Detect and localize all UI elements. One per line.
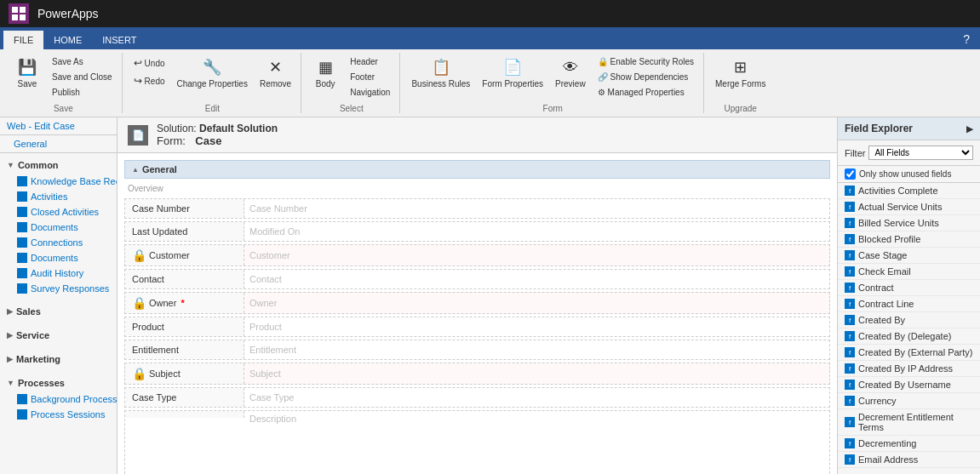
case-type-field[interactable]: Case Type <box>244 388 829 407</box>
field-item[interactable]: fBilled Service Units <box>838 215 980 231</box>
merge-forms-icon: ⊞ <box>729 55 753 79</box>
breadcrumb: Web - Edit Case <box>0 117 117 135</box>
field-item-icon: f <box>845 315 855 325</box>
case-type-label: Case Type <box>125 388 244 407</box>
survey-responses-icon <box>17 283 27 294</box>
last-updated-field[interactable]: Modified On <box>244 222 829 241</box>
description-field[interactable]: Description <box>244 411 829 474</box>
field-item[interactable]: fActivities Complete <box>838 183 980 199</box>
ribbon: 💾 Save Save As Save and Close Publish Sa… <box>0 49 980 117</box>
field-item[interactable]: fContract <box>838 280 980 296</box>
form-header-icon: 📄 <box>128 125 148 146</box>
sidebar-item-activities[interactable]: Activities <box>0 189 117 204</box>
sidebar-section-header-sales[interactable]: ▶ Sales <box>0 303 117 320</box>
merge-forms-button[interactable]: ⊞ Merge Forms <box>711 53 770 91</box>
show-unused-checkbox[interactable] <box>845 168 856 180</box>
help-button[interactable]: ? <box>956 29 977 49</box>
contact-label: Contact <box>125 270 244 288</box>
body-button[interactable]: ▦ Body <box>308 53 342 91</box>
sidebar-item-documents[interactable]: Documents <box>0 220 117 235</box>
business-rules-button[interactable]: 📋 Business Rules <box>407 53 474 91</box>
field-item[interactable]: fCreated By (External Party) <box>838 345 980 361</box>
field-item-icon: f <box>845 202 855 212</box>
select-group-label: Select <box>308 102 394 113</box>
ribbon-group-form: 📋 Business Rules 📄 Form Properties 👁 Pre… <box>402 53 704 113</box>
save-button[interactable]: 💾 Save <box>10 53 44 91</box>
save-as-button[interactable]: Save As <box>48 54 117 69</box>
field-item[interactable]: fActual Service Units <box>838 199 980 215</box>
show-dependencies-button[interactable]: 🔗 Show Dependencies <box>593 70 698 84</box>
field-item[interactable]: fCase Stage <box>838 248 980 264</box>
sidebar-section-header-common[interactable]: ▼ Common <box>0 157 117 174</box>
sidebar-section-sales: ▶ Sales <box>0 300 117 323</box>
undo-button[interactable]: ↩ Undo <box>129 54 169 71</box>
ribbon-group-edit: ↩ Undo ↪ Redo 🔧 Change Properties ✕ Remo… <box>124 53 302 113</box>
subject-required-icon: 🔒 <box>132 367 146 380</box>
sidebar-item-documents2[interactable]: Documents <box>0 250 117 266</box>
knowledge-base-icon <box>17 176 27 186</box>
field-item-icon: f <box>845 331 855 341</box>
contact-field[interactable]: Contact <box>244 270 829 288</box>
sidebar-item-connections[interactable]: Connections <box>0 235 117 250</box>
footer-button[interactable]: Footer <box>346 70 394 84</box>
preview-button[interactable]: 👁 Preview <box>551 53 590 91</box>
save-and-close-button[interactable]: Save and Close <box>48 70 117 84</box>
navigation-button[interactable]: Navigation <box>346 85 394 100</box>
field-item-icon: f <box>845 283 855 293</box>
remove-button[interactable]: ✕ Remove <box>255 53 295 91</box>
field-item[interactable]: fDecrement Entitlement Terms <box>838 409 980 436</box>
field-item[interactable]: fEmail Address <box>838 452 980 468</box>
field-item[interactable]: fDecrementing <box>838 436 980 452</box>
field-item[interactable]: fCreated By (Delegate) <box>838 328 980 345</box>
form-properties-button[interactable]: 📄 Form Properties <box>478 53 547 91</box>
form-row-case-type: Case Type Case Type <box>124 387 830 408</box>
field-item[interactable]: fCurrency <box>838 393 980 409</box>
sidebar-item-knowledge-base[interactable]: Knowledge Base Reco... <box>0 174 117 189</box>
tab-file[interactable]: FILE <box>3 31 43 49</box>
field-item-icon: f <box>845 454 855 465</box>
breadcrumb-general-link[interactable]: General <box>14 139 47 149</box>
sidebar-item-process-sessions[interactable]: Process Sessions <box>0 407 117 422</box>
filter-select[interactable]: All FieldsCustom FieldsSystem Fields <box>868 146 973 160</box>
publish-button[interactable]: Publish <box>48 85 117 100</box>
enable-security-roles-button[interactable]: 🔒 Enable Security Roles <box>593 54 698 69</box>
save-icon: 💾 <box>15 55 39 79</box>
field-item[interactable]: fCreated By IP Address <box>838 361 980 377</box>
audit-history-icon <box>17 268 27 278</box>
case-number-field[interactable]: Case Number <box>244 199 829 218</box>
sidebar-item-background-processes[interactable]: Background Processes <box>0 391 117 407</box>
sidebar-item-audit-history[interactable]: Audit History <box>0 266 117 281</box>
field-item[interactable]: fCheck Email <box>838 264 980 280</box>
customer-field[interactable]: Customer <box>244 245 829 266</box>
owner-field[interactable]: Owner <box>244 293 829 313</box>
redo-button[interactable]: ↪ Redo <box>129 72 169 89</box>
customer-label: 🔒 Customer <box>125 245 244 266</box>
field-explorer-expand-icon[interactable]: ▶ <box>966 124 973 134</box>
sidebar-section-header-service[interactable]: ▶ Service <box>0 327 117 344</box>
product-field[interactable]: Product <box>244 317 829 336</box>
entitlement-field[interactable]: Entitlement <box>244 340 829 359</box>
field-item[interactable]: fContract Line <box>838 296 980 312</box>
sidebar-section-header-processes[interactable]: ▼ Processes <box>0 374 117 391</box>
form-properties-icon: 📄 <box>501 55 524 79</box>
subject-field[interactable]: Subject <box>244 363 829 384</box>
field-item[interactable]: fBlocked Profile <box>838 231 980 248</box>
change-properties-button[interactable]: 🔧 Change Properties <box>173 53 252 91</box>
field-item[interactable]: fCreated By Username <box>838 377 980 393</box>
show-unused-label: Only show unused fields <box>859 169 951 179</box>
header-button[interactable]: Header <box>346 54 394 69</box>
security-group: 🔒 Enable Security Roles 🔗 Show Dependenc… <box>593 53 698 100</box>
sidebar-item-survey-responses[interactable]: Survey Responses <box>0 281 117 296</box>
sidebar-section-header-marketing[interactable]: ▶ Marketing <box>0 351 117 368</box>
field-item[interactable]: fCreated By <box>838 312 980 328</box>
form-group-label: Form <box>407 102 698 113</box>
ribbon-group-save: 💾 Save Save As Save and Close Publish Sa… <box>5 53 123 113</box>
overview-label: Overview <box>124 182 830 195</box>
managed-properties-button[interactable]: ⚙ Managed Properties <box>593 85 698 100</box>
tab-insert[interactable]: INSERT <box>92 31 146 49</box>
breadcrumb-web-edit-case[interactable]: Web - Edit Case <box>7 121 75 131</box>
field-item-icon: f <box>845 363 855 374</box>
tab-home[interactable]: HOME <box>43 31 92 49</box>
connections-icon <box>17 237 27 248</box>
sidebar-item-closed-activities[interactable]: Closed Activities <box>0 204 117 220</box>
